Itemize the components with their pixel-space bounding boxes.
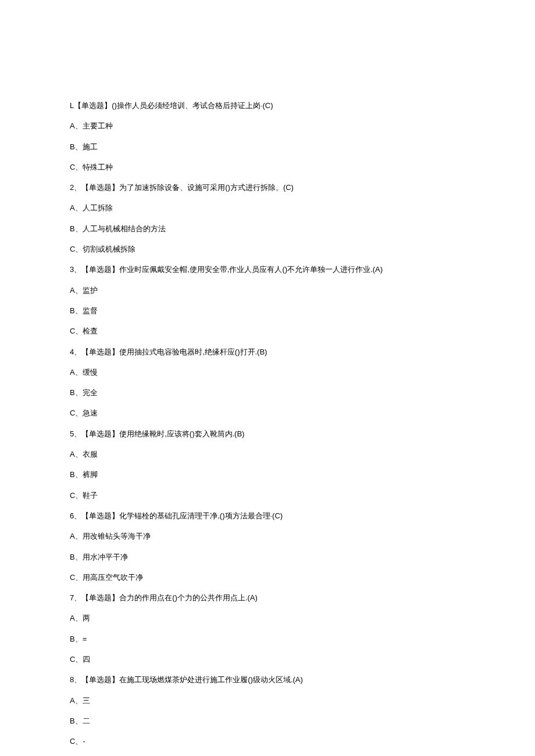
text-line: C、用高压空气吹干净 (70, 572, 465, 584)
text-line: 3、【单选题】作业时应佩戴安全帽,使用安全带,作业人员应有人()不允许单独一人进… (70, 264, 465, 276)
text-line: A、主要工种 (70, 120, 465, 132)
text-line: L【单选题】()操作人员必须经培训、考试合格后持证上岗·(C) (70, 100, 465, 112)
text-line: 2、【单选题】为了加速拆除设备、设施可采用()方式进行拆除。(C) (70, 182, 465, 194)
document-content: L【单选题】()操作人员必须经培训、考试合格后持证上岗·(C)A、主要工种B、施… (70, 100, 465, 756)
text-line: B、人工与机械相结合的方法 (70, 223, 465, 235)
text-line: A、三 (70, 695, 465, 707)
text-line: B、用水冲平干净 (70, 551, 465, 564)
text-line: A、用改锥钻头等海干净 (70, 531, 465, 543)
text-line: C、- (70, 736, 465, 748)
text-line: 6、【单选题】化学锚栓的基础孔应清理干净,()项方法最合理·(C) (70, 510, 465, 522)
text-line: B、监督 (70, 305, 465, 317)
text-line: B、裤脚 (70, 469, 465, 481)
text-line: 4、【单选题】使用抽拉式电容验电器时,绝缘杆应()打开.(B) (70, 346, 465, 359)
text-line: 5、【单选题】使用绝缘靴时,应该将()套入靴筒内.(B) (70, 428, 465, 440)
text-line: A、人工拆除 (70, 202, 465, 214)
text-line: C、四 (70, 654, 465, 666)
text-line: A、监护 (70, 285, 465, 297)
text-line: B、= (70, 633, 465, 646)
text-line: A、衣服 (70, 449, 465, 461)
text-line: 7、【单选题】合力的作用点在()个力的公共作用点上.(A) (70, 592, 465, 604)
text-line: C、切割或机械拆除 (70, 243, 465, 256)
text-line: C、鞋子 (70, 490, 465, 502)
text-line: C、检查 (70, 325, 465, 338)
text-line: C、急速 (70, 407, 465, 420)
text-line: B、施工 (70, 141, 465, 153)
text-line: B、二 (70, 715, 465, 728)
text-line: A、两 (70, 612, 465, 625)
text-line: C、特殊工种 (70, 162, 465, 174)
text-line: 8、【单选题】在施工现场燃煤茶炉处进行施工作业履()级动火区域.(A) (70, 674, 465, 686)
text-line: B、完全 (70, 387, 465, 399)
text-line: A、缓慢 (70, 367, 465, 379)
